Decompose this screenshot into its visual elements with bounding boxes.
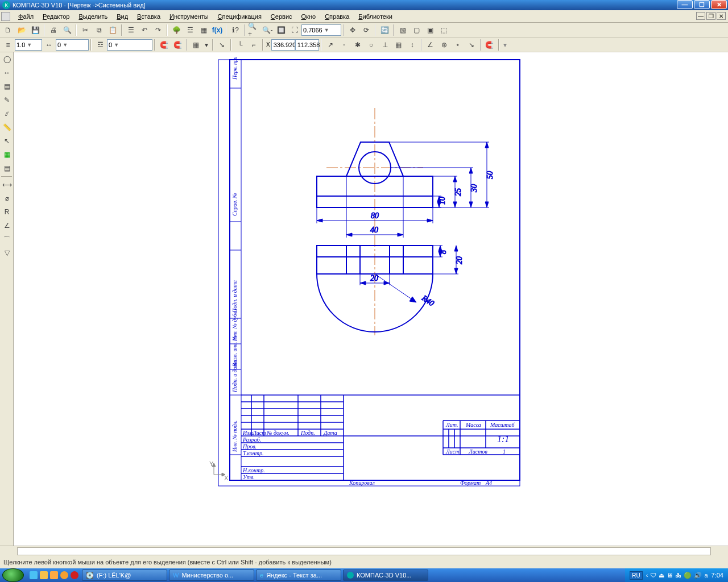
ql-ie-icon[interactable] — [30, 571, 38, 579]
zoom-in-button[interactable]: 🔍+ — [247, 24, 260, 36]
rotate-button[interactable]: ⟳ — [360, 24, 373, 36]
tray-arrow-icon[interactable]: ‹ — [646, 572, 648, 579]
snap-disable-button[interactable]: 🧲 — [483, 39, 496, 51]
snap-near-button[interactable]: ↗ — [324, 39, 337, 51]
measure-tool[interactable]: 📏 — [1, 121, 13, 134]
zoom-combo[interactable]: 0.7066▼ — [301, 24, 341, 36]
symbols-tool[interactable]: ▤ — [1, 80, 13, 93]
properties-button[interactable]: ☰ — [125, 24, 137, 36]
save-button[interactable]: 💾 — [29, 24, 42, 36]
ql-explorer-icon[interactable] — [40, 571, 48, 579]
start-button[interactable] — [2, 568, 24, 582]
menu-file[interactable]: Файл — [14, 12, 38, 21]
diam-dim-tool[interactable]: ⌀ — [1, 192, 13, 205]
hidden-button[interactable]: ▣ — [424, 24, 436, 36]
snap-normal-button[interactable]: ⊥ — [379, 39, 391, 51]
ql-player-icon[interactable] — [60, 571, 68, 579]
step-button[interactable]: ↔ — [43, 39, 55, 51]
snap-toggle-button[interactable]: 🧲 — [158, 39, 170, 51]
arc-dim-tool[interactable]: ⌒ — [1, 233, 13, 246]
menu-select[interactable]: Выделить — [74, 12, 112, 21]
menu-insert[interactable]: Вставка — [133, 12, 165, 21]
spec-tool[interactable]: ▦ — [1, 148, 13, 161]
radial-dim-tool[interactable]: R — [1, 206, 13, 218]
pan-button[interactable]: ✥ — [346, 24, 359, 36]
menu-tools[interactable]: Инструменты — [165, 12, 213, 21]
local-cs-button[interactable]: ↘ — [216, 39, 228, 51]
copy-button[interactable]: ⧉ — [93, 24, 105, 36]
tray-volume-icon[interactable]: 🔊 — [694, 572, 702, 579]
snap-center-button[interactable]: ⊕ — [438, 39, 450, 51]
snap-point-button[interactable]: ⋆ — [452, 39, 464, 51]
menu-libs[interactable]: Библиотеки — [354, 12, 397, 21]
zoom-out-button[interactable]: 🔍- — [261, 24, 274, 36]
menu-edit[interactable]: Редактор — [38, 12, 74, 21]
refresh-button[interactable]: 🔄 — [378, 24, 391, 36]
geometry-tool[interactable]: ◯ — [1, 53, 13, 65]
step-combo[interactable]: 0▼ — [56, 39, 89, 51]
mdi-restore-button[interactable]: ❐ — [706, 12, 715, 20]
menu-window[interactable]: Окно — [297, 12, 321, 21]
cut-button[interactable]: ✂ — [79, 24, 92, 36]
tray-av-icon[interactable]: 🟢 — [684, 572, 692, 579]
maximize-button[interactable]: ☐ — [694, 0, 710, 9]
coord-y-field[interactable]: 112.358 — [295, 39, 319, 51]
linear-dim-tool[interactable]: ⟷ — [1, 178, 13, 191]
taskbar-item-kompas[interactable]: КОМПАС-3D V10... — [343, 569, 428, 581]
property-input-area[interactable] — [17, 547, 711, 555]
tree-button[interactable]: 🌳 — [170, 24, 183, 36]
mdi-close-button[interactable]: ✕ — [717, 12, 726, 20]
layer-combo[interactable]: 0▼ — [107, 39, 152, 51]
mdi-minimize-button[interactable]: — — [696, 12, 705, 20]
tray-usb-icon[interactable]: ⏏ — [659, 572, 664, 579]
print-button[interactable]: 🖨 — [47, 24, 60, 36]
close-button[interactable]: ✕ — [711, 0, 727, 9]
snap-end-button[interactable]: ↘ — [465, 39, 478, 51]
snap-angle-button[interactable]: ∠ — [424, 39, 437, 51]
menu-spec[interactable]: Спецификация — [213, 12, 266, 21]
tray-shield-icon[interactable]: 🛡 — [650, 572, 656, 579]
ortho-button[interactable]: └ — [234, 39, 246, 51]
ql-opera-icon[interactable] — [71, 571, 78, 579]
tray-network-icon[interactable]: 🖧 — [675, 572, 681, 579]
undo-button[interactable]: ↶ — [138, 24, 151, 36]
menu-view[interactable]: Вид — [112, 12, 133, 21]
layers-button[interactable]: ☲ — [184, 24, 196, 36]
menu-help[interactable]: Справка — [320, 12, 354, 21]
select-tool[interactable]: ↖ — [1, 135, 13, 147]
wireframe-button[interactable]: ▢ — [410, 24, 423, 36]
taskbar-item-browser[interactable]: e Яндекс - Текст за... — [256, 569, 341, 581]
snap-grid-button[interactable]: ▦ — [392, 39, 405, 51]
snap-mid-button[interactable]: ⋅ — [338, 39, 350, 51]
snap-tangent-button[interactable]: ○ — [365, 39, 378, 51]
tray-agent-icon[interactable]: a — [704, 572, 708, 579]
perspective-button[interactable]: ⬚ — [437, 24, 450, 36]
edit-tool[interactable]: ✎ — [1, 94, 13, 106]
params-tool[interactable]: ⫽ — [1, 107, 13, 120]
layer-mgr-button[interactable]: ☲ — [94, 39, 106, 51]
minimize-button[interactable]: — — [677, 0, 693, 9]
line-style-combo[interactable]: 1.0▼ — [15, 39, 42, 51]
paste-button[interactable]: 📋 — [106, 24, 119, 36]
preview-button[interactable]: 🔍 — [61, 24, 73, 36]
height-dim-tool[interactable]: ▽ — [1, 247, 13, 259]
shade-button[interactable]: ▧ — [396, 24, 409, 36]
snap-align-button[interactable]: ↕ — [406, 39, 419, 51]
round-button[interactable]: ⌐ — [247, 39, 260, 51]
vars-button[interactable]: f(x) — [211, 24, 224, 36]
zoom-fit-button[interactable]: ⛶ — [288, 24, 301, 36]
language-indicator[interactable]: RU — [630, 571, 642, 580]
snap-more-button[interactable]: ▾ — [502, 39, 508, 51]
dimensions-tool[interactable]: ↔ — [1, 66, 13, 79]
tray-display-icon[interactable]: 🖥 — [667, 572, 673, 579]
grid-button[interactable]: ▦ — [189, 39, 202, 51]
redo-button[interactable]: ↷ — [152, 24, 164, 36]
menu-service[interactable]: Сервис — [266, 12, 297, 21]
new-button[interactable]: 🗋 — [2, 24, 14, 36]
zoom-window-button[interactable]: 🔲 — [275, 24, 287, 36]
angular-dim-tool[interactable]: ∠ — [1, 219, 13, 232]
coord-x-field[interactable]: 336.920 — [271, 39, 295, 51]
snap-settings-button[interactable]: 🧲 — [171, 39, 184, 51]
style-button[interactable]: ≡ — [2, 39, 14, 51]
drawing-canvas[interactable]: Перв. примен. Справ. № Подп. и дата Инв.… — [14, 52, 728, 546]
